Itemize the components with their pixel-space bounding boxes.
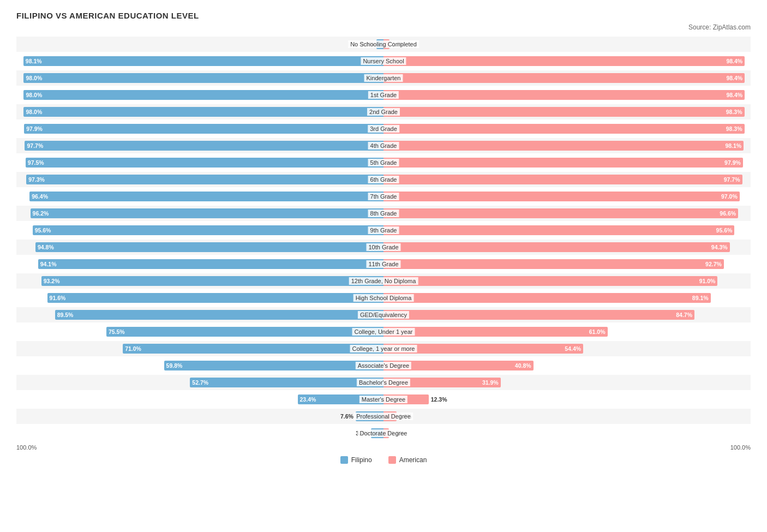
bar-value-right: 89.1% xyxy=(692,295,709,301)
bar-right: 98.4% xyxy=(384,90,745,100)
right-section: 54.4% xyxy=(384,341,751,356)
right-section: 96.6% xyxy=(384,206,751,221)
bar-left: 59.8% xyxy=(164,361,384,370)
right-section: 94.3% xyxy=(384,240,751,255)
bar-value-left: 98.0% xyxy=(26,75,42,81)
bar-row: 98.1% Nursery School 98.4% xyxy=(16,53,751,69)
bar-value-left: 95.6% xyxy=(35,227,51,234)
bar-row: 97.9% 3rd Grade 98.3% xyxy=(16,121,751,136)
left-section: 97.9% xyxy=(16,121,384,136)
bar-row: 97.5% 5th Grade 97.9% xyxy=(16,155,751,170)
left-section: 96.2% xyxy=(16,206,384,221)
bar-label: 11th Grade xyxy=(366,260,400,268)
bar-container: 91.6% High School Diploma 89.1% xyxy=(16,290,751,306)
right-section: 98.1% xyxy=(384,138,751,153)
bar-row: 98.0% 1st Grade 98.4% xyxy=(16,87,751,103)
bar-row: 94.1% 11th Grade 92.7% xyxy=(16,256,751,272)
right-section: 3.6% xyxy=(384,409,751,424)
left-section: 91.6% xyxy=(16,290,384,306)
bar-value-right: 95.6% xyxy=(716,227,733,234)
bar-value-right: 98.4% xyxy=(726,92,742,98)
left-section: 98.0% xyxy=(16,104,384,119)
left-section: 97.7% xyxy=(16,138,384,153)
bar-value-left: 52.7% xyxy=(192,379,208,386)
bar-container: 89.5% GED/Equivalency 84.7% xyxy=(16,307,751,322)
bar-left: 96.4% xyxy=(29,192,384,201)
bar-right: 84.7% xyxy=(384,310,694,320)
right-section: 98.4% xyxy=(384,87,751,103)
left-section: 23.4% xyxy=(16,392,384,407)
bar-label: No Schooling Completed xyxy=(348,40,419,48)
bar-row: 96.4% 7th Grade 97.0% xyxy=(16,189,751,204)
left-section: 3.4% xyxy=(16,426,384,441)
bar-row: 98.0% Kindergarten 98.4% xyxy=(16,70,751,86)
bar-value-left: 98.0% xyxy=(26,92,42,98)
legend-item-filipino: Filipino xyxy=(340,456,372,464)
bar-container: 97.9% 3rd Grade 98.3% xyxy=(16,121,751,136)
right-section: 91.0% xyxy=(384,273,751,289)
bar-row: 91.6% High School Diploma 89.1% xyxy=(16,290,751,306)
bar-row: 89.5% GED/Equivalency 84.7% xyxy=(16,307,751,322)
chart-area: 2.0% No Schooling Completed 1.7% 98.1% xyxy=(16,37,751,441)
bar-label: GED/Equivalency xyxy=(358,311,409,319)
right-section: 1.5% xyxy=(384,426,751,441)
right-section: 89.1% xyxy=(384,290,751,306)
bar-right: 97.0% xyxy=(384,192,740,201)
bar-container: 98.0% 1st Grade 98.4% xyxy=(16,87,751,103)
bar-right: 98.3% xyxy=(384,107,745,117)
bar-left: 97.7% xyxy=(25,141,384,151)
bar-row: 75.5% College, Under 1 year 61.0% xyxy=(16,324,751,339)
bar-row: 71.0% College, 1 year or more 54.4% xyxy=(16,341,751,356)
bar-left: 97.3% xyxy=(26,175,384,184)
bar-left: 95.6% xyxy=(33,225,384,235)
bar-container: 98.0% 2nd Grade 98.3% xyxy=(16,104,751,119)
left-section: 97.3% xyxy=(16,172,384,187)
legend-box-american xyxy=(388,456,396,464)
left-section: 93.2% xyxy=(16,273,384,289)
bar-left: 94.8% xyxy=(35,242,384,252)
left-section: 89.5% xyxy=(16,307,384,322)
bar-label: Professional Degree xyxy=(354,413,413,420)
bar-container: 97.3% 6th Grade 97.7% xyxy=(16,172,751,187)
left-section: 95.6% xyxy=(16,223,384,238)
bar-value-right: 54.4% xyxy=(565,345,581,352)
bar-left: 93.2% xyxy=(41,276,384,286)
bar-value-right: 98.4% xyxy=(726,58,742,64)
bar-right: 98.1% xyxy=(384,141,744,151)
right-section: 95.6% xyxy=(384,223,751,238)
bar-container: 97.7% 4th Grade 98.1% xyxy=(16,138,751,153)
right-section: 61.0% xyxy=(384,324,751,339)
left-section: 98.0% xyxy=(16,87,384,103)
bar-container: 3.4% Doctorate Degree 1.5% xyxy=(16,426,751,441)
bar-label: 6th Grade xyxy=(368,176,399,183)
bar-row: 2.0% No Schooling Completed 1.7% xyxy=(16,37,751,52)
right-section: 40.8% xyxy=(384,358,751,373)
bar-label: 4th Grade xyxy=(368,142,399,150)
bar-label: Nursery School xyxy=(361,57,406,65)
bar-value-right: 98.4% xyxy=(726,75,742,81)
bar-label: Master's Degree xyxy=(359,396,408,403)
left-section: 96.4% xyxy=(16,189,384,204)
bar-label: Associate's Degree xyxy=(356,362,411,369)
bar-row: 97.7% 4th Grade 98.1% xyxy=(16,138,751,153)
bar-container: 93.2% 12th Grade, No Diploma 91.0% xyxy=(16,273,751,289)
bar-container: 7.6% Professional Degree 3.6% xyxy=(16,409,751,424)
left-section: 59.8% xyxy=(16,358,384,373)
bar-right: 97.7% xyxy=(384,175,742,184)
bar-label: 2nd Grade xyxy=(367,108,400,116)
left-section: 98.1% xyxy=(16,53,384,69)
bar-container: 2.0% No Schooling Completed 1.7% xyxy=(16,37,751,52)
bar-container: 71.0% College, 1 year or more 54.4% xyxy=(16,341,751,356)
right-section: 98.3% xyxy=(384,104,751,119)
bar-container: 94.1% 11th Grade 92.7% xyxy=(16,256,751,272)
bar-value-right: 92.7% xyxy=(705,261,722,267)
bar-row: 98.0% 2nd Grade 98.3% xyxy=(16,104,751,119)
bar-right: 94.3% xyxy=(384,242,730,252)
right-section: 97.0% xyxy=(384,189,751,204)
left-section: 2.0% xyxy=(16,37,384,52)
bar-label: High School Diploma xyxy=(353,294,414,302)
bar-value-left: 98.0% xyxy=(26,109,42,115)
bar-row: 97.3% 6th Grade 97.7% xyxy=(16,172,751,187)
bar-container: 94.8% 10th Grade 94.3% xyxy=(16,240,751,255)
bar-value-right: 98.3% xyxy=(726,125,742,132)
